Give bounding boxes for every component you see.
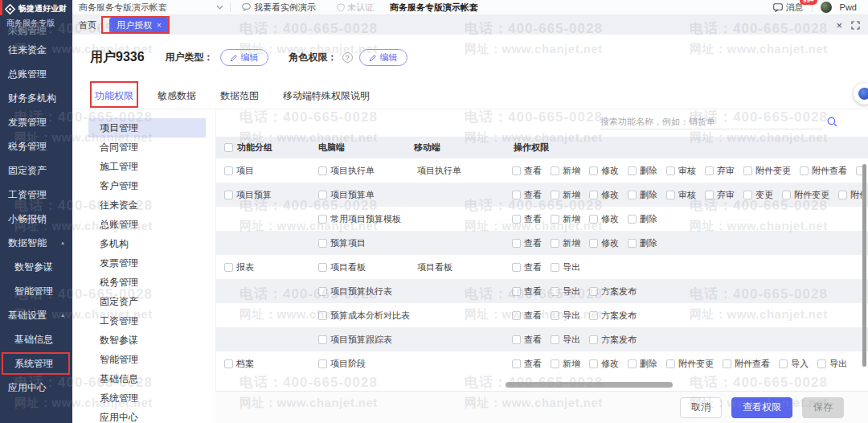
- permission-option[interactable]: 查看: [512, 237, 542, 249]
- category-item[interactable]: 系统管理: [88, 388, 206, 408]
- checkbox[interactable]: [589, 191, 598, 199]
- category-item[interactable]: 发票管理: [88, 253, 206, 273]
- tab-home[interactable]: 首页: [72, 19, 103, 31]
- checkbox[interactable]: [666, 359, 675, 368]
- checkbox[interactable]: [551, 335, 559, 344]
- category-item[interactable]: 工资管理: [88, 311, 206, 331]
- category-item[interactable]: 施工管理: [88, 157, 206, 176]
- checkbox[interactable]: [628, 239, 637, 248]
- checkbox[interactable]: [512, 335, 521, 344]
- avatar[interactable]: [821, 2, 832, 13]
- checkbox[interactable]: [318, 191, 327, 199]
- messages-button[interactable]: 消息 99+: [773, 2, 804, 14]
- category-item[interactable]: 数智参谋: [88, 331, 206, 350]
- sidebar-item[interactable]: 往来资金: [0, 38, 72, 62]
- checkbox[interactable]: [666, 191, 675, 199]
- sidebar-item[interactable]: 固定资产: [0, 158, 72, 183]
- checkbox[interactable]: [628, 191, 637, 199]
- checkbox[interactable]: [512, 215, 521, 224]
- checkbox[interactable]: [589, 287, 598, 296]
- permission-option[interactable]: 方案发布: [589, 285, 637, 298]
- category-item[interactable]: 税务管理: [88, 273, 206, 292]
- permission-option[interactable]: 附件变更: [743, 165, 791, 177]
- save-button[interactable]: 保存: [802, 397, 844, 418]
- sidebar-item[interactable]: 数智参谋: [0, 255, 72, 279]
- checkbox[interactable]: [551, 311, 559, 320]
- sidebar-item[interactable]: 应用中心: [0, 376, 72, 400]
- checkbox[interactable]: [628, 166, 637, 175]
- checkbox[interactable]: [318, 239, 327, 248]
- permission-option[interactable]: 变更: [743, 189, 773, 201]
- checkbox[interactable]: [512, 239, 521, 248]
- checkbox[interactable]: [318, 335, 327, 344]
- close-icon[interactable]: ×: [157, 21, 162, 30]
- checkbox[interactable]: [800, 166, 809, 175]
- permission-option[interactable]: 弃审: [705, 189, 735, 201]
- permission-option[interactable]: 新增: [551, 189, 580, 201]
- permission-option[interactable]: 修改: [589, 358, 619, 370]
- checkbox[interactable]: [512, 263, 521, 272]
- permission-option[interactable]: 附件查看: [723, 358, 770, 370]
- checkbox[interactable]: [551, 287, 559, 296]
- permission-option[interactable]: 导出: [551, 261, 580, 273]
- cancel-button[interactable]: 取消: [680, 397, 722, 418]
- checkbox[interactable]: [723, 359, 731, 368]
- demo-link[interactable]: 我要看实例演示: [242, 2, 316, 14]
- sidebar-item[interactable]: 工资管理: [0, 183, 72, 207]
- checkbox[interactable]: [589, 215, 598, 224]
- search-icon[interactable]: [827, 117, 837, 127]
- tab-item[interactable]: 数据范围: [220, 89, 259, 103]
- permission-option[interactable]: 查看: [512, 285, 542, 298]
- permission-option[interactable]: 删除: [628, 358, 657, 370]
- checkbox[interactable]: [318, 263, 327, 272]
- permission-option[interactable]: 修改: [589, 165, 619, 177]
- permission-option[interactable]: 删除: [628, 165, 657, 177]
- tab-active[interactable]: 功能权限: [95, 89, 133, 103]
- permission-option[interactable]: 附件变更: [666, 358, 714, 370]
- fullscreen-icon[interactable]: [851, 21, 860, 30]
- search-input[interactable]: [600, 114, 822, 129]
- permission-option[interactable]: 方案发布: [589, 310, 637, 322]
- permission-option[interactable]: 附件查看: [838, 189, 864, 201]
- permission-option[interactable]: 导出: [551, 310, 580, 322]
- checkbox[interactable]: [551, 359, 559, 368]
- category-item[interactable]: 总账管理: [88, 215, 206, 234]
- horizontal-scrollbar[interactable]: [506, 382, 673, 388]
- edit-user-type-button[interactable]: 编辑: [220, 49, 268, 66]
- category-item[interactable]: 基础信息: [88, 369, 206, 388]
- checkbox[interactable]: [589, 166, 598, 175]
- checkbox[interactable]: [512, 287, 521, 296]
- category-item[interactable]: 项目管理: [88, 118, 206, 138]
- permission-option[interactable]: 审核: [666, 165, 696, 177]
- permission-option[interactable]: 查看: [512, 261, 542, 273]
- permission-option[interactable]: 新增: [551, 237, 580, 249]
- permission-option[interactable]: 修改: [589, 189, 619, 201]
- permission-option[interactable]: 查看: [512, 334, 542, 346]
- checkbox[interactable]: [589, 311, 598, 320]
- permission-option[interactable]: 查看: [512, 189, 542, 201]
- checkbox[interactable]: [838, 191, 847, 199]
- close-icon[interactable]: ×: [836, 20, 842, 31]
- checkbox[interactable]: [817, 359, 826, 368]
- checkbox[interactable]: [318, 215, 327, 224]
- tab-item[interactable]: 移动端特殊权限说明: [283, 89, 370, 103]
- checkbox[interactable]: [705, 166, 714, 175]
- permission-option[interactable]: 查看: [512, 213, 542, 225]
- permission-option[interactable]: 附件查看: [800, 165, 847, 177]
- permission-option[interactable]: 方案发布: [589, 334, 637, 346]
- checkbox[interactable]: [551, 191, 559, 199]
- sidebar-item[interactable]: 税务管理: [0, 134, 72, 158]
- permission-option[interactable]: 查看: [512, 165, 542, 177]
- permission-option[interactable]: 查看: [512, 358, 542, 370]
- checkbox[interactable]: [224, 359, 233, 368]
- checkbox[interactable]: [628, 359, 637, 368]
- sidebar-item[interactable]: 数据智能▲: [0, 231, 72, 255]
- help-icon[interactable]: ?: [342, 52, 353, 63]
- permission-option[interactable]: 删除: [628, 189, 657, 201]
- category-item[interactable]: 多机构: [88, 234, 206, 253]
- checkbox[interactable]: [224, 263, 233, 272]
- checkbox[interactable]: [589, 359, 598, 368]
- checkbox[interactable]: [318, 359, 327, 368]
- account-selector[interactable]: 商务服务专版演示帐套: [72, 2, 230, 14]
- checkbox[interactable]: [512, 311, 521, 320]
